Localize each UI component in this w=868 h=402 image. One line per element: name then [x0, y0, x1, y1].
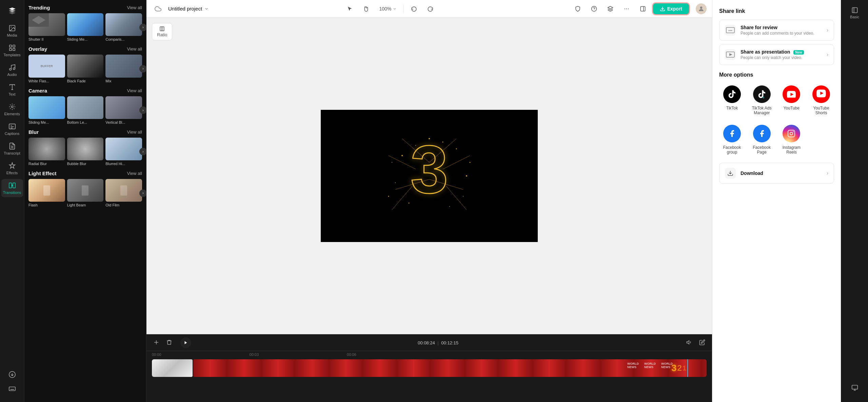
sidebar-item-audio[interactable]: Audio: [1, 61, 23, 79]
light-effect-next-arrow[interactable]: ›: [139, 189, 146, 197]
avatar[interactable]: [696, 3, 707, 14]
blur-next-arrow[interactable]: ›: [139, 148, 146, 155]
light-effect-view-all[interactable]: View all: [127, 171, 142, 176]
list-item[interactable]: Bottom Le...: [67, 96, 104, 124]
redo-button[interactable]: [424, 3, 436, 15]
overlay-next-arrow[interactable]: ›: [139, 65, 146, 73]
sidebar-item-keyboard[interactable]: [1, 382, 23, 395]
blur-view-all[interactable]: View all: [127, 129, 142, 135]
svg-point-26: [395, 182, 396, 183]
track-clip-segment[interactable]: [152, 359, 193, 377]
undo-button[interactable]: [408, 3, 420, 15]
thumbnail-bubble[interactable]: [67, 138, 104, 160]
sidebar-item-text[interactable]: Text: [1, 81, 23, 99]
app-logo[interactable]: [1, 4, 23, 18]
shield-button[interactable]: [572, 3, 584, 15]
thumbnail-sliding[interactable]: [67, 13, 104, 36]
youtube-shorts-option[interactable]: YouTube Shorts: [808, 83, 834, 118]
svg-point-20: [700, 6, 703, 9]
camera-view-all[interactable]: View all: [127, 88, 142, 93]
camera-next-arrow[interactable]: ›: [139, 106, 146, 114]
thumbnail-white-flash[interactable]: BUFFER: [28, 55, 65, 77]
thumbnail-comparis[interactable]: [105, 13, 142, 36]
list-item[interactable]: Light Beam: [67, 179, 104, 207]
sidebar-item-templates[interactable]: Templates: [1, 41, 23, 60]
facebook-group-option[interactable]: Facebook group: [719, 122, 745, 157]
list-item[interactable]: Sliding Me...: [67, 13, 104, 41]
facebook-page-option[interactable]: Facebook Page: [749, 122, 775, 157]
split-button[interactable]: [152, 338, 161, 348]
list-item[interactable]: Vertical Bl...: [105, 96, 142, 124]
trending-next-arrow[interactable]: ›: [139, 24, 146, 31]
svg-marker-46: [687, 340, 689, 344]
list-item[interactable]: Radial Blur: [28, 138, 65, 166]
volume-button[interactable]: [685, 338, 694, 348]
track-row: WORLDNEWS WORLDNEWS WORLDNEWS 3 2 1: [152, 358, 707, 378]
sidebar-item-transcript[interactable]: Transcript: [1, 140, 23, 158]
list-item[interactable]: BUFFER White Flas...: [28, 55, 65, 83]
edit-button[interactable]: [698, 338, 707, 348]
sidebar-item-transitions[interactable]: Transitions: [1, 179, 23, 197]
thumbnail-bottom[interactable]: [67, 96, 104, 119]
svg-rect-13: [9, 387, 15, 391]
project-name-button[interactable]: Untitled project: [168, 6, 209, 12]
thumbnail-label: Shutter II: [28, 37, 65, 41]
more-options-button[interactable]: [620, 3, 633, 15]
sidebar-item-effects[interactable]: Effects: [1, 159, 23, 178]
instagram-reels-option[interactable]: Instagram Reels: [779, 122, 805, 157]
list-item[interactable]: Bubble Blur: [67, 138, 104, 166]
list-item[interactable]: Shutter II: [28, 13, 65, 41]
basic-panel-toggle[interactable]: Basic: [847, 4, 862, 22]
thumbnail-old-film[interactable]: [105, 179, 142, 202]
list-item[interactable]: Black Fade: [67, 55, 104, 83]
thumbnail-vertical[interactable]: [105, 96, 142, 119]
list-item[interactable]: Comparis...: [105, 13, 142, 41]
tiktok-ads-option[interactable]: B TikTok Ads Manager: [749, 83, 775, 118]
youtube-option[interactable]: YouTube: [779, 83, 805, 118]
ratio-button[interactable]: Ratio: [152, 23, 172, 40]
thumbnail-blurred[interactable]: [105, 138, 142, 160]
panel-toggle-button[interactable]: [637, 3, 649, 15]
export-button[interactable]: Export: [653, 3, 689, 14]
delete-button[interactable]: [165, 338, 174, 348]
zoom-control[interactable]: 100%: [376, 5, 399, 13]
monitor-button[interactable]: [849, 382, 861, 394]
svg-point-8: [11, 106, 13, 108]
thumbnail-sliding2[interactable]: [28, 96, 65, 119]
svg-rect-57: [852, 8, 857, 13]
thumbnail-black-fade[interactable]: [67, 55, 104, 77]
sidebar-item-expand[interactable]: [1, 368, 23, 381]
list-item[interactable]: Flash: [28, 179, 65, 207]
track-clip-main[interactable]: WORLDNEWS WORLDNEWS WORLDNEWS 3 2 1: [193, 359, 707, 377]
blur-title: Blur: [28, 129, 39, 135]
play-button[interactable]: [180, 337, 191, 348]
list-item[interactable]: Mix: [105, 55, 142, 83]
list-item[interactable]: Old Film: [105, 179, 142, 207]
list-item[interactable]: Sliding Me...: [28, 96, 65, 124]
list-item[interactable]: Blurred Hi...: [105, 138, 142, 166]
sidebar-item-captions[interactable]: Captions: [1, 120, 23, 138]
sidebar-item-media[interactable]: Media: [1, 22, 23, 40]
share-for-review-option[interactable]: Share for review People can add comments…: [719, 20, 834, 41]
overlay-section-header: Overlay View all: [28, 41, 142, 55]
thumbnail-flash[interactable]: [28, 179, 65, 202]
more-options-title: More options: [719, 72, 834, 78]
overlay-view-all[interactable]: View all: [127, 46, 142, 52]
thumbnail-mix[interactable]: [105, 55, 142, 77]
tiktok-option[interactable]: TikTok: [719, 83, 745, 118]
thumbnail-light-beam[interactable]: [67, 179, 104, 202]
svg-rect-54: [788, 130, 795, 137]
thumbnail-shutter[interactable]: [28, 13, 65, 36]
share-as-presentation-option[interactable]: Share as presentation New People can onl…: [719, 44, 834, 65]
timeline-ruler: 00:00 00:03 00:06: [146, 351, 712, 358]
sidebar-item-elements[interactable]: Elements: [1, 100, 23, 119]
cloud-save-button[interactable]: [152, 3, 164, 15]
cursor-tool-button[interactable]: [344, 3, 356, 15]
layers-button[interactable]: [604, 3, 616, 15]
download-option[interactable]: Download ›: [719, 163, 834, 184]
sidebar-label-transcript: Transcript: [4, 151, 20, 155]
help-button[interactable]: [588, 3, 600, 15]
hand-tool-button[interactable]: [360, 3, 372, 15]
trending-view-all[interactable]: View all: [127, 5, 142, 10]
thumbnail-radial[interactable]: [28, 138, 65, 160]
